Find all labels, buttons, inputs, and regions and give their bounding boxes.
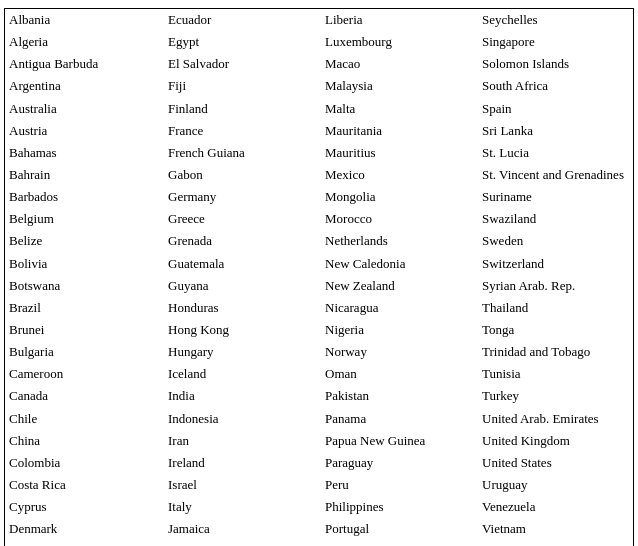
country-cell: Mexico <box>319 164 476 186</box>
country-cell: Suriname <box>476 186 633 208</box>
country-cell: Costa Rica <box>5 474 162 496</box>
table-row: CameroonIcelandOmanTunisia <box>5 363 633 385</box>
country-cell: Barbados <box>5 186 162 208</box>
country-cell: Algeria <box>5 31 162 53</box>
country-cell: Portugal <box>319 518 476 540</box>
table-row: BelgiumGreeceMoroccoSwaziland <box>5 208 633 230</box>
country-table: AlbaniaEcuadorLiberiaSeychellesAlgeriaEg… <box>4 8 634 546</box>
country-cell: Puerto Rico <box>319 540 476 546</box>
country-cell: Colombia <box>5 452 162 474</box>
country-cell: Swaziland <box>476 208 633 230</box>
table-row: DjiboutiJapanPuerto RicoZambia <box>5 540 633 546</box>
table-row: BrazilHondurasNicaraguaThailand <box>5 297 633 319</box>
country-cell: Nicaragua <box>319 297 476 319</box>
country-cell: Nigeria <box>319 319 476 341</box>
country-cell: Botswana <box>5 275 162 297</box>
country-cell: Spain <box>476 98 633 120</box>
country-cell: Cyprus <box>5 496 162 518</box>
country-cell: Singapore <box>476 31 633 53</box>
table-row: AlgeriaEgyptLuxembourgSingapore <box>5 31 633 53</box>
country-cell: India <box>162 385 319 407</box>
country-cell: Ecuador <box>162 9 319 31</box>
country-cell: Greece <box>162 208 319 230</box>
country-cell: Norway <box>319 341 476 363</box>
country-cell: Bulgaria <box>5 341 162 363</box>
country-cell: Malaysia <box>319 75 476 97</box>
country-cell: France <box>162 120 319 142</box>
table-row: BruneiHong KongNigeriaTonga <box>5 319 633 341</box>
country-cell: Sweden <box>476 230 633 252</box>
country-cell: Guyana <box>162 275 319 297</box>
country-cell: Antigua Barbuda <box>5 53 162 75</box>
country-cell: Chile <box>5 408 162 430</box>
country-cell: Trinidad and Tobago <box>476 341 633 363</box>
country-cell: China <box>5 430 162 452</box>
table-row: BotswanaGuyanaNew ZealandSyrian Arab. Re… <box>5 275 633 297</box>
country-cell: Syrian Arab. Rep. <box>476 275 633 297</box>
country-cell: Grenada <box>162 230 319 252</box>
country-cell: Brazil <box>5 297 162 319</box>
country-cell: Venezuela <box>476 496 633 518</box>
country-cell: Hong Kong <box>162 319 319 341</box>
country-cell: Liberia <box>319 9 476 31</box>
table-row: CanadaIndiaPakistanTurkey <box>5 385 633 407</box>
country-cell: Switzerland <box>476 253 633 275</box>
country-cell: Mongolia <box>319 186 476 208</box>
country-cell: Bolivia <box>5 253 162 275</box>
country-cell: Denmark <box>5 518 162 540</box>
table-row: BoliviaGuatemalaNew CaledoniaSwitzerland <box>5 253 633 275</box>
country-cell: Pakistan <box>319 385 476 407</box>
country-cell: Honduras <box>162 297 319 319</box>
table-row: DenmarkJamaicaPortugalVietnam <box>5 518 633 540</box>
country-cell: Seychelles <box>476 9 633 31</box>
country-cell: Malta <box>319 98 476 120</box>
country-cell: New Caledonia <box>319 253 476 275</box>
country-cell: Bahrain <box>5 164 162 186</box>
country-cell: Belgium <box>5 208 162 230</box>
country-cell: Uruguay <box>476 474 633 496</box>
country-cell: Thailand <box>476 297 633 319</box>
country-cell: Gabon <box>162 164 319 186</box>
country-cell: Sri Lanka <box>476 120 633 142</box>
country-cell: Egypt <box>162 31 319 53</box>
country-cell: Fiji <box>162 75 319 97</box>
country-cell: El Salvador <box>162 53 319 75</box>
country-cell: Indonesia <box>162 408 319 430</box>
table-row: ColombiaIrelandParaguayUnited States <box>5 452 633 474</box>
country-cell: Argentina <box>5 75 162 97</box>
country-cell: Israel <box>162 474 319 496</box>
country-cell: United States <box>476 452 633 474</box>
country-cell: Turkey <box>476 385 633 407</box>
table-row: AlbaniaEcuadorLiberiaSeychelles <box>5 9 633 31</box>
country-cell: Hungary <box>162 341 319 363</box>
country-cell: Iceland <box>162 363 319 385</box>
table-row: AustriaFranceMauritaniaSri Lanka <box>5 120 633 142</box>
country-cell: Italy <box>162 496 319 518</box>
country-cell: Australia <box>5 98 162 120</box>
country-cell: Iran <box>162 430 319 452</box>
country-cell: Germany <box>162 186 319 208</box>
country-cell: Zambia <box>476 540 633 546</box>
country-cell: Austria <box>5 120 162 142</box>
country-cell: Panama <box>319 408 476 430</box>
country-cell: Solomon Islands <box>476 53 633 75</box>
country-cell: Djibouti <box>5 540 162 546</box>
country-cell: Paraguay <box>319 452 476 474</box>
country-cell: Philippines <box>319 496 476 518</box>
country-cell: Morocco <box>319 208 476 230</box>
table-row: BarbadosGermanyMongoliaSuriname <box>5 186 633 208</box>
country-cell: Canada <box>5 385 162 407</box>
table-row: Costa RicaIsraelPeruUruguay <box>5 474 633 496</box>
country-cell: Netherlands <box>319 230 476 252</box>
country-cell: Tunisia <box>476 363 633 385</box>
country-cell: Mauritius <box>319 142 476 164</box>
country-cell: Papua New Guinea <box>319 430 476 452</box>
table-row: BahamasFrench GuianaMauritiusSt. Lucia <box>5 142 633 164</box>
country-cell: Tonga <box>476 319 633 341</box>
country-cell: Luxembourg <box>319 31 476 53</box>
country-cell: Japan <box>162 540 319 546</box>
country-cell: Cameroon <box>5 363 162 385</box>
table-row: ChileIndonesiaPanamaUnited Arab. Emirate… <box>5 408 633 430</box>
country-cell: Jamaica <box>162 518 319 540</box>
table-row: BahrainGabonMexicoSt. Vincent and Grenad… <box>5 164 633 186</box>
